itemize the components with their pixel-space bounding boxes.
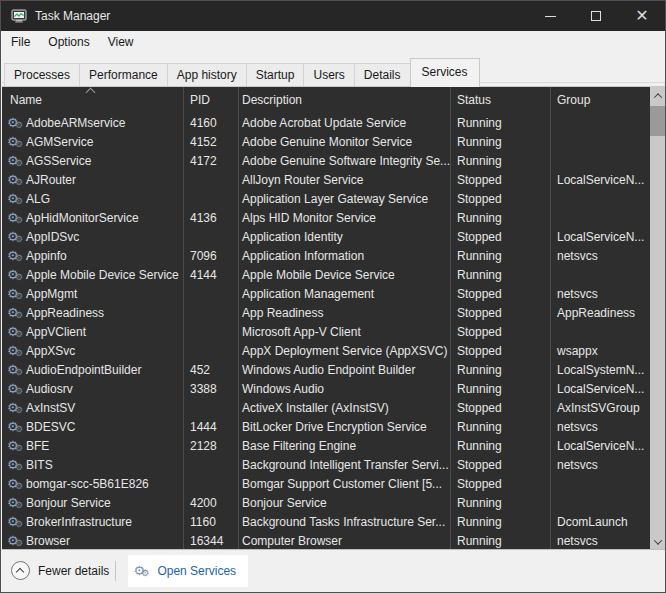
service-gear-icon — [7, 115, 23, 131]
table-row[interactable]: bomgar-scc-5B61E826Bomgar Support Custom… — [2, 474, 650, 493]
close-icon: ✕ — [635, 8, 648, 24]
column-separator[interactable] — [183, 87, 184, 550]
table-row[interactable]: AGMService4152Adobe Genuine Monitor Serv… — [2, 132, 650, 151]
menu-item-file[interactable]: File — [2, 31, 39, 53]
close-button[interactable]: ✕ — [619, 1, 665, 31]
cell-pid: 4172 — [183, 154, 238, 168]
scroll-down-button[interactable] — [650, 533, 666, 550]
column-header-description[interactable]: Description — [238, 93, 450, 107]
table-row[interactable]: AGSService4172Adobe Genuine Software Int… — [2, 151, 650, 170]
service-gear-icon — [7, 419, 23, 435]
service-gear-icon — [7, 381, 23, 397]
service-gear-icon — [7, 229, 23, 245]
tab-startup[interactable]: Startup — [247, 63, 305, 87]
cell-description: Computer Browser — [238, 534, 450, 548]
column-separator[interactable] — [450, 87, 451, 550]
open-services-button[interactable]: Open Services — [128, 555, 248, 587]
table-row[interactable]: ApHidMonitorService4136Alps HID Monitor … — [2, 208, 650, 227]
cell-status: Running — [450, 382, 550, 396]
scrollbar-thumb[interactable] — [650, 106, 666, 136]
task-manager-window: Task Manager ✕ FileOptionsView Processes… — [0, 0, 666, 593]
tab-app-history[interactable]: App history — [168, 63, 247, 87]
service-gear-icon — [7, 210, 23, 226]
tab-services[interactable]: Services — [410, 58, 480, 87]
vertical-scrollbar[interactable] — [650, 87, 666, 550]
statusbar: Fewer details Open Services — [2, 549, 666, 591]
tab-details[interactable]: Details — [355, 63, 411, 87]
cell-description: Application Information — [238, 249, 450, 263]
services-table: NamePIDDescriptionStatusGroup AdobeARMse… — [2, 86, 666, 550]
column-header-pid[interactable]: PID — [183, 93, 238, 107]
table-row[interactable]: Apple Mobile Device Service4144Apple Mob… — [2, 265, 650, 284]
cell-description: Apple Mobile Device Service — [238, 268, 450, 282]
titlebar: Task Manager ✕ — [1, 1, 665, 31]
service-gear-icon — [7, 438, 23, 454]
column-header-status[interactable]: Status — [450, 93, 550, 107]
table-row[interactable]: AppXSvcAppX Deployment Service (AppXSVC)… — [2, 341, 650, 360]
cell-status: Running — [450, 154, 550, 168]
table-row[interactable]: BrokerInfrastructure1160Background Tasks… — [2, 512, 650, 531]
cell-pid: 1444 — [183, 420, 238, 434]
cell-description: BitLocker Drive Encryption Service — [238, 420, 450, 434]
cell-name: bomgar-scc-5B61E826 — [2, 476, 183, 492]
cell-name: Bonjour Service — [2, 495, 183, 511]
fewer-details-button[interactable]: Fewer details — [11, 561, 109, 580]
cell-status: Running — [450, 363, 550, 377]
cell-name: ApHidMonitorService — [2, 210, 183, 226]
table-row[interactable]: AudioEndpointBuilder452Windows Audio End… — [2, 360, 650, 379]
menu-item-view[interactable]: View — [99, 31, 143, 53]
table-row[interactable]: BDESVC1444BitLocker Drive Encryption Ser… — [2, 417, 650, 436]
service-gear-icon — [7, 248, 23, 264]
column-header-group[interactable]: Group — [550, 93, 650, 107]
menu-item-options[interactable]: Options — [39, 31, 98, 53]
column-separator[interactable] — [238, 87, 239, 550]
cell-pid: 452 — [183, 363, 238, 377]
table-row[interactable]: Bonjour Service4200Bonjour ServiceRunnin… — [2, 493, 650, 512]
table-row[interactable]: AppIDSvcApplication IdentityStoppedLocal… — [2, 227, 650, 246]
table-row[interactable]: Appinfo7096Application InformationRunnin… — [2, 246, 650, 265]
table-row[interactable]: AxInstSVActiveX Installer (AxInstSV)Stop… — [2, 398, 650, 417]
window-title: Task Manager — [35, 9, 110, 23]
table-row[interactable]: Audiosrv3388Windows AudioRunningLocalSer… — [2, 379, 650, 398]
cell-status: Running — [450, 515, 550, 529]
cell-description: AppX Deployment Service (AppXSVC) — [238, 344, 450, 358]
cell-group: wsappx — [550, 344, 650, 358]
cell-group: netsvcs — [550, 287, 650, 301]
table-row[interactable]: BITSBackground Intelligent Transfer Serv… — [2, 455, 650, 474]
tab-processes[interactable]: Processes — [4, 63, 80, 87]
service-gear-icon — [7, 191, 23, 207]
cell-name: BrokerInfrastructure — [2, 514, 183, 530]
cell-pid: 4144 — [183, 268, 238, 282]
cell-group: netsvcs — [550, 249, 650, 263]
scroll-up-button[interactable] — [650, 87, 666, 104]
cell-pid: 16344 — [183, 534, 238, 548]
minimize-icon — [545, 16, 556, 17]
column-separator[interactable] — [550, 87, 551, 550]
cell-group: AxInstSVGroup — [550, 401, 650, 415]
cell-status: Stopped — [450, 287, 550, 301]
tab-users[interactable]: Users — [304, 63, 354, 87]
table-row[interactable]: AppReadinessApp ReadinessStoppedAppReadi… — [2, 303, 650, 322]
maximize-button[interactable] — [573, 1, 619, 31]
table-row[interactable]: AJRouterAllJoyn Router ServiceStoppedLoc… — [2, 170, 650, 189]
table-row[interactable]: Browser16344Computer BrowserRunningnetsv… — [2, 531, 650, 550]
cell-status: Running — [450, 135, 550, 149]
tab-performance[interactable]: Performance — [80, 63, 168, 87]
cell-name: AppVClient — [2, 324, 183, 340]
cell-status: Running — [450, 496, 550, 510]
service-gear-icon — [7, 533, 23, 549]
service-gear-icon — [133, 563, 149, 579]
table-row[interactable]: BFE2128Base Filtering EngineRunningLocal… — [2, 436, 650, 455]
cell-status: Stopped — [450, 477, 550, 491]
table-row[interactable]: AdobeARMservice4160Adobe Acrobat Update … — [2, 113, 650, 132]
cell-name: BITS — [2, 457, 183, 473]
cell-pid: 1160 — [183, 515, 238, 529]
minimize-button[interactable] — [527, 1, 573, 31]
table-row[interactable]: AppMgmtApplication ManagementStoppednets… — [2, 284, 650, 303]
cell-group: LocalServiceN... — [550, 173, 650, 187]
table-row[interactable]: ALGApplication Layer Gateway ServiceStop… — [2, 189, 650, 208]
cell-description: ActiveX Installer (AxInstSV) — [238, 401, 450, 415]
table-row[interactable]: AppVClientMicrosoft App-V ClientStopped — [2, 322, 650, 341]
statusbar-separator — [115, 561, 116, 581]
service-gear-icon — [7, 286, 23, 302]
